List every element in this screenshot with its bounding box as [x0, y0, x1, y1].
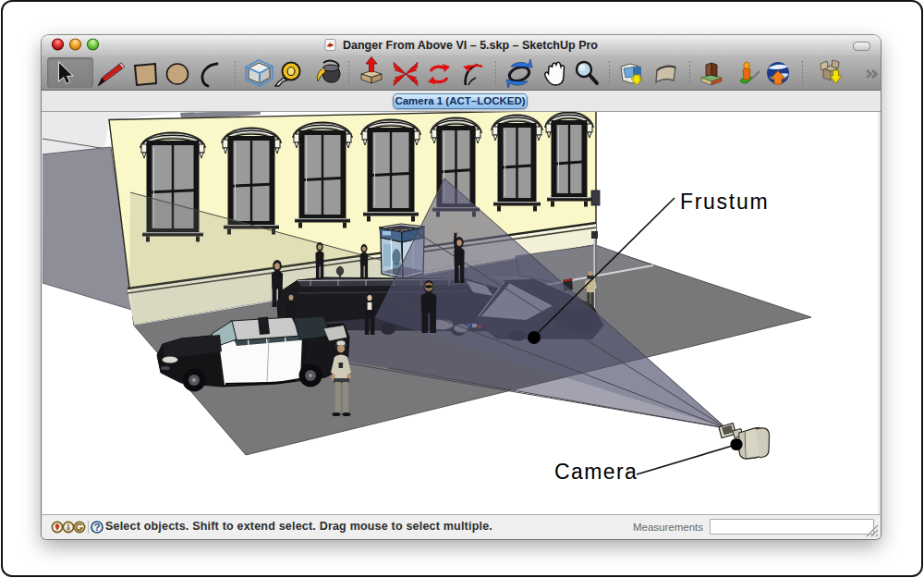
svg-text:Frustum: Frustum — [680, 190, 769, 214]
svg-text:Camera: Camera — [554, 460, 638, 484]
svg-text:?: ? — [94, 522, 101, 533]
